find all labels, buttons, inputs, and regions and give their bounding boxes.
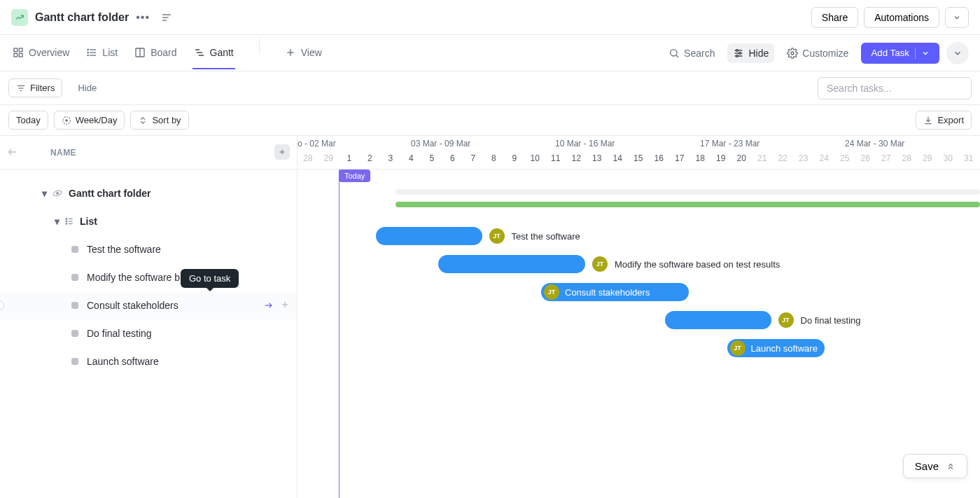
add-task-label: Add Task (871, 48, 909, 58)
svg-rect-3 (14, 48, 18, 52)
today-button[interactable]: Today (8, 111, 48, 130)
folder-icon (11, 9, 28, 26)
go-to-task-icon[interactable] (263, 300, 274, 311)
task-row[interactable]: Consult stakeholders (0, 291, 297, 319)
list-icon (64, 216, 74, 226)
day-label: 25 (834, 153, 855, 163)
add-column-button[interactable] (274, 144, 290, 160)
tab-gantt[interactable]: Gantt (192, 37, 235, 69)
day-label: 2 (360, 153, 381, 163)
description-icon[interactable] (161, 12, 172, 23)
tree-folder-row[interactable]: ▾ Gantt chart folder (0, 179, 297, 207)
day-label: 27 (876, 153, 897, 163)
gantt-bar-label: JTDo final testing (778, 312, 861, 328)
day-label: 8 (484, 153, 505, 163)
automations-more-button[interactable] (945, 7, 969, 28)
status-dot[interactable] (71, 274, 78, 281)
more-options-button[interactable] (946, 42, 969, 64)
day-label: 9 (504, 153, 525, 163)
folder-label: Gantt chart folder (69, 188, 150, 199)
automations-button[interactable]: Automations (864, 7, 939, 28)
hide-utility[interactable]: Hide (727, 43, 774, 63)
day-label: 1 (339, 153, 360, 163)
hide-label: Hide (748, 48, 769, 59)
hide-link[interactable]: Hide (71, 79, 104, 97)
task-name: Test the software (87, 244, 161, 255)
export-button[interactable]: Export (916, 111, 972, 130)
gantt-bar[interactable]: JTConsult stakeholders (541, 283, 689, 301)
status-dot[interactable] (71, 330, 78, 337)
day-label: 31 (958, 153, 979, 163)
svg-point-20 (671, 49, 677, 55)
save-label: Save (915, 460, 939, 472)
gantt-bar[interactable] (665, 311, 771, 329)
status-dot[interactable] (71, 246, 78, 253)
summary-bar (396, 202, 980, 207)
tab-add-view[interactable]: View (284, 37, 323, 69)
task-row[interactable]: Modify the software b (0, 263, 297, 291)
day-label: 15 (628, 153, 649, 163)
day-label: 23 (793, 153, 814, 163)
zoom-button[interactable]: Week/Day (54, 111, 125, 130)
add-subtask-icon[interactable] (280, 300, 290, 311)
gantt-bar-label: JTTest the software (489, 228, 580, 244)
svg-point-25 (736, 49, 738, 51)
customize-utility[interactable]: Customize (781, 43, 854, 63)
gantt-body[interactable]: Today JTTest the softwareJTModify the so… (298, 170, 980, 498)
filters-button[interactable]: Filters (8, 78, 62, 97)
day-label: 28 (897, 153, 918, 163)
tab-list[interactable]: List (85, 37, 119, 69)
add-task-button[interactable]: Add Task (861, 43, 939, 64)
day-label: 17 (669, 153, 690, 163)
caret-down-icon[interactable]: ▾ (42, 188, 52, 199)
search-label: Search (684, 48, 715, 59)
task-row[interactable]: Do final testing (0, 319, 297, 347)
save-button[interactable]: Save (903, 454, 967, 478)
day-label: 5 (421, 153, 442, 163)
day-label: 14 (608, 153, 629, 163)
avatar: JT (489, 228, 505, 244)
gantt-bar[interactable]: JTLaunch software (727, 339, 825, 357)
sort-button[interactable]: Sort by (130, 111, 188, 130)
go-to-task-tooltip: Go to task (181, 269, 239, 288)
page-title: Gantt chart folder (35, 11, 129, 24)
svg-point-11 (88, 52, 88, 53)
day-label: 3 (380, 153, 401, 163)
gantt-bar-label: JTModify the software based on test resu… (592, 256, 780, 272)
tab-label: List (102, 47, 118, 58)
day-label: 6 (442, 153, 463, 163)
status-dot[interactable] (71, 302, 78, 309)
collapse-icon[interactable] (6, 146, 18, 158)
gantt-bar[interactable] (376, 227, 482, 245)
day-label: 4 (401, 153, 422, 163)
timeline-header: o - 02 Mar03 Mar - 09 Mar10 Mar - 16 Mar… (298, 136, 980, 170)
tab-board[interactable]: Board (133, 37, 178, 69)
tab-label: Gantt (210, 47, 234, 58)
avatar: JT (730, 340, 746, 356)
day-label: 30 (938, 153, 959, 163)
task-row[interactable]: Launch software (0, 347, 297, 375)
tree-list-row[interactable]: ▾ List (0, 207, 297, 235)
search-input[interactable] (818, 77, 972, 99)
svg-rect-6 (19, 53, 22, 57)
svg-point-27 (736, 55, 738, 57)
day-label: 18 (690, 153, 711, 163)
scroll-track[interactable] (396, 189, 980, 195)
task-row[interactable]: Test the software (0, 235, 297, 263)
svg-rect-4 (19, 48, 22, 52)
day-label: 29 (318, 153, 340, 163)
gantt-toolbar: Today Week/Day Sort by Export (0, 105, 980, 136)
more-icon[interactable]: ••• (136, 11, 150, 24)
search-utility[interactable]: Search (663, 43, 720, 63)
tab-overview[interactable]: Overview (11, 37, 71, 69)
caret-down-icon[interactable]: ▾ (55, 216, 64, 227)
app-header: Gantt chart folder ••• Share Automations (0, 0, 980, 35)
share-button[interactable]: Share (811, 7, 858, 28)
status-dot[interactable] (71, 358, 78, 365)
bar-label: Consult stakeholders (565, 287, 650, 298)
row-handle[interactable] (0, 300, 4, 310)
folder-icon (52, 188, 63, 199)
svg-point-39 (57, 193, 59, 195)
task-tree-panel: NAME ▾ Gantt chart folder ▾ List (0, 136, 298, 498)
gantt-bar[interactable] (438, 255, 586, 273)
